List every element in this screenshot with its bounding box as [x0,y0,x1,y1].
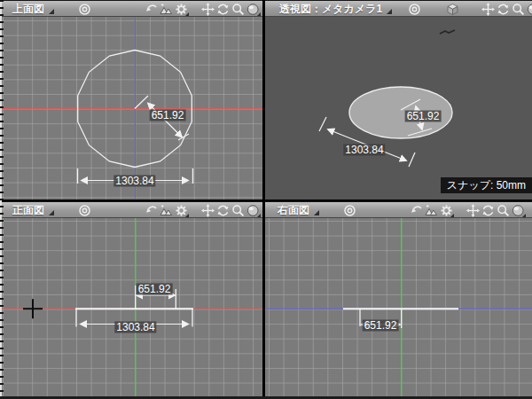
dropdown-triangle-icon [257,12,261,16]
radius-dimension-label: 651.92 [137,284,173,295]
diameter-dimension-label: 1303.84 [343,145,385,156]
dropdown-triangle-icon [522,214,526,217]
pan-icon[interactable] [481,1,496,17]
radius-dimension-label: 651.92 [150,110,186,121]
viewport-splitter-horizontal[interactable] [0,200,532,201]
perspective-cube-icon[interactable] [445,1,460,17]
target-icon[interactable] [342,202,357,218]
target-icon[interactable] [407,1,422,17]
display-mode-icon[interactable] [159,202,174,218]
settings-gear-icon[interactable] [174,1,189,17]
dropdown-triangle-icon [185,214,189,217]
zoom-icon[interactable] [231,1,246,17]
dropdown-triangle-icon [450,214,454,217]
diameter-dimension-label: 1303.84 [113,176,155,187]
viewport-right: 右面図 [265,201,532,396]
dropdown-triangle-icon [185,12,189,16]
viewport-front: 正面図 [0,201,262,396]
viewport-title: 透視図：メタカメラ1 [279,2,382,17]
crosshair-cursor [23,299,43,318]
rotate-view-icon[interactable] [144,1,159,17]
viewport-perspective: 透視図：メタカメラ1 [265,0,532,200]
orbit-icon[interactable] [481,202,496,218]
viewport-front-header: 正面図 [0,201,262,218]
radius-dimension-label: 651.92 [363,320,399,332]
dropdown-triangle-icon [257,214,261,217]
viewport-front-canvas[interactable]: 651.92 1303.84 [0,218,262,396]
snap-status-badge: スナップ: 50mm [441,177,532,193]
shading-sphere-icon[interactable] [511,202,526,218]
dropdown-triangle-icon [49,210,54,215]
dimension-tick [319,117,326,131]
zoom-icon[interactable] [496,202,511,218]
viewport-right-canvas[interactable]: 651.92 [265,218,532,396]
left-edge-ruler [0,0,4,396]
orbit-icon[interactable] [215,202,231,218]
distant-object [440,30,455,34]
viewport-top-menu[interactable]: 上面図 [12,1,54,17]
shading-sphere-icon[interactable] [246,202,261,218]
orbit-icon[interactable] [496,1,511,17]
radius-guide-line [135,96,148,109]
dimension-tick [409,153,415,167]
display-mode-icon[interactable] [424,202,439,218]
shading-sphere-icon[interactable] [246,1,261,17]
rotate-view-icon[interactable] [144,202,159,218]
diameter-dimension-label: 1303.84 [114,322,156,333]
pan-icon[interactable] [200,202,215,218]
viewport-right-header: 右面図 [265,201,532,218]
dropdown-triangle-icon [314,210,319,215]
dropdown-triangle-icon [49,9,54,14]
settings-gear-icon[interactable] [174,202,189,218]
viewport-top-header: 上面図 [0,0,262,17]
viewport-title: 右面図 [278,203,309,218]
dropdown-triangle-icon [387,9,392,14]
viewport-perspective-canvas[interactable]: 651.92 1303.84 スナップ: 50mm [265,17,532,200]
viewport-front-menu[interactable]: 正面図 [12,202,54,218]
pan-icon[interactable] [466,202,481,218]
zoom-icon[interactable] [231,202,246,218]
display-mode-icon[interactable] [159,1,174,17]
settings-gear-icon[interactable] [439,202,454,218]
viewport-perspective-header: 透視図：メタカメラ1 [265,0,532,17]
rotate-view-icon[interactable] [409,202,424,218]
orbit-icon[interactable] [215,1,231,17]
viewport-title: 上面図 [12,2,44,17]
zoom-icon[interactable] [511,1,526,17]
viewport-top: 上面図 [0,0,262,200]
viewport-right-menu[interactable]: 右面図 [278,202,319,218]
viewport-perspective-menu[interactable]: 透視図：メタカメラ1 [279,1,392,17]
target-icon[interactable] [77,202,92,218]
target-icon[interactable] [77,1,92,17]
viewport-title: 正面図 [12,203,44,218]
app-window: 上面図 [0,0,532,399]
radius-dimension-label: 651.92 [405,111,442,122]
pan-icon[interactable] [200,1,215,17]
viewport-top-canvas[interactable]: 651.92 1303.84 [0,17,262,200]
viewport-splitter-vertical[interactable] [262,0,265,396]
shading-sphere-icon[interactable] [526,1,532,17]
